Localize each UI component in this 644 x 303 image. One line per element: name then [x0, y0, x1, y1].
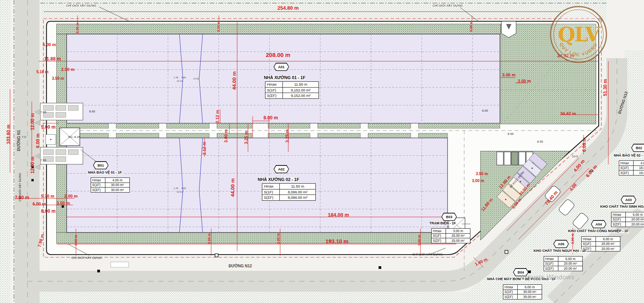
building-spec-table-b01: Hmax4.00 mS(1F)30.00 m²S(ΣF)30.00 m² [91, 177, 130, 193]
dim-label: 193.10 m [325, 239, 348, 244]
building-badge-b01: B01 [93, 161, 108, 169]
dim-label: 3.00 m [472, 179, 484, 183]
vehicle-rect [111, 262, 129, 267]
dim-label: 12.10 [177, 191, 183, 193]
spec-row-value: 4.00 m [105, 178, 130, 183]
spec-row-value: 25.00 m² [446, 233, 470, 238]
spec-row-value: 3.00 m [446, 229, 470, 234]
gate-south [40, 147, 83, 164]
building-name-a04: KHO CHẤT THẢI CÔNG NGHIỆP - 1F [568, 229, 629, 233]
boundary-label: CHỈ GIỚI XÂY DỰNG [432, 4, 463, 7]
dim-label: 3.25 m [285, 129, 289, 143]
road-label: ĐƯỜNG N1 [17, 130, 21, 151]
spec-row-value: 30.00 m² [105, 188, 130, 193]
dim-label: 3.00 m [208, 233, 211, 244]
dim-label: 44.00 m [230, 178, 235, 197]
building-spec-table-a02: Hmax11.50 mS(1F)8,096.00 m²S(ΣF)8,096.00… [262, 183, 316, 201]
dim-label: 3.50 m [476, 172, 488, 176]
spec-row-value: 11.50 m [280, 184, 316, 189]
dim-label: 6.00 m [41, 209, 55, 213]
spec-row-value: 11.50 m [283, 82, 319, 88]
dim-label: 5.00 m [470, 21, 473, 32]
spec-row-label: Hmax [544, 257, 558, 262]
badge-id: A05 [553, 240, 569, 248]
spec-row-value: 20.00 m² [596, 246, 620, 251]
dim-label: 6.00 m [33, 202, 46, 206]
spec-row-label: S(ΣF) [544, 266, 558, 271]
boundary-label: CHỈ GIỚI XÂY DỰNG [71, 257, 102, 260]
spec-row-value: 6.00 m [626, 212, 644, 217]
dim-label: 2.00 m [61, 67, 74, 72]
dim-label: 3.50 m [57, 201, 70, 205]
dim-label: 103.60 m [6, 124, 11, 144]
building-name-b02: NHÀ BẢO VỆ 02 - 1F [613, 154, 644, 158]
spec-row-value: 20.00 m² [558, 266, 583, 271]
dim-label: 3.25 m [244, 131, 248, 144]
site-plan-page: 254.80 m208.00 m34.92 m44.00 m44.00 m5.0… [0, 0, 644, 303]
dim-label: 7.65 [40, 159, 46, 162]
spec-row-value: 16.00 m² [634, 165, 644, 170]
dim-label: 8.65 [482, 109, 488, 112]
building-spec-table-b03: Hmax3.00 mS(1F)25.00 m²S(ΣF)25.00 m² [431, 228, 470, 243]
dim-label: 2.12 m [202, 142, 207, 155]
spec-row-label: S(ΣF) [262, 195, 280, 201]
building-spec-table-a01: Hmax11.50 mS(1F)9,152.00 m²S(ΣF)9,152.00… [265, 81, 319, 99]
dim-label: 5.00 m [217, 21, 220, 32]
dim-label: 2.00 m [64, 194, 77, 198]
dim-label: 12.00 m [30, 157, 35, 174]
spec-row-label: Hmax [432, 229, 446, 234]
spec-row-label: S(1F) [611, 217, 626, 222]
building-name-b03: TRẠM ĐIỆN - 1F [429, 222, 456, 226]
building-badge-a01: A01 [274, 63, 289, 71]
spec-row-label: S(ΣF) [503, 294, 518, 300]
dim-label: 9.65 [181, 76, 186, 79]
dim-label: 1.78 [174, 187, 178, 189]
spec-row-value: 9,152.00 m² [283, 93, 319, 99]
spec-row-value: 8,096.00 m² [280, 195, 316, 201]
spec-row-value: 6.00 m [558, 257, 583, 262]
dim-label: 7.00 m [15, 195, 29, 200]
spec-row-label: S(1F) [91, 182, 105, 188]
dim-label: +4.10 [193, 77, 199, 80]
spec-row-value: 6.00 m [518, 285, 542, 290]
dim-label: 3.50 m [518, 79, 531, 83]
dim-label: 2.12 m [215, 110, 220, 123]
qlv-logo: QLV ® QUY LOC VUONG [549, 5, 608, 64]
spec-row-label: Hmax [503, 285, 518, 290]
spec-row-value: 30.00 m² [518, 294, 542, 300]
building-name-a01: NHÀ XƯỞNG 01 - 1F [263, 75, 306, 80]
spec-row-value: 9,152.00 m² [283, 87, 319, 93]
badge-id: A02 [274, 165, 289, 173]
dim-label: 5.18 m [36, 70, 48, 74]
dim-label: 8.55 [508, 133, 514, 136]
spec-row-value: 30.00 m² [518, 289, 542, 294]
building-spec-table-b04: Hmax6.00 mS(1F)30.00 m²S(ΣF)30.00 m² [503, 284, 542, 300]
badge-id: B02 [631, 144, 644, 152]
building-badge-a03: A03 [621, 196, 636, 204]
boundary-label: CHỈ GIỚI XÂY DỰNG [65, 4, 97, 7]
building-name-a02: NHÀ XƯỞNG 02 - 1F [257, 177, 300, 182]
dim-label: 208.00 m [266, 52, 290, 58]
spec-row-value: 30.00 m² [105, 182, 130, 188]
dim-label: 3.00 m [277, 233, 280, 244]
dim-label: 11.88 m [44, 57, 61, 61]
dim-label: 51.30 m [603, 79, 608, 96]
dim-label: M1: 8.35 [68, 136, 80, 139]
dim-label: 1.78 [174, 76, 178, 79]
activate-windows-watermark: Activate Windows [520, 274, 575, 281]
dim-label: 6.00 m [36, 134, 40, 148]
badge-id: B01 [93, 161, 108, 169]
spec-row-value: 20.00 m² [558, 261, 583, 266]
building-badge-a05: A05 [553, 240, 569, 248]
dim-label: 254.80 m [277, 5, 299, 10]
dim-label: 7.65 [40, 111, 46, 114]
spec-row-value: 25.00 m² [446, 238, 470, 243]
spec-row-value: 6.00 m [596, 237, 620, 242]
dim-label: 9.8 [589, 170, 593, 173]
spec-row-label: S(1F) [432, 233, 446, 238]
dim-label: 8.55 [537, 140, 543, 143]
dim-label: 5.00 m [43, 43, 56, 47]
spec-row-value: 20.00 m² [626, 222, 644, 227]
dim-label: 12.00 m [30, 113, 35, 130]
dim-label: 7.0 [22, 136, 26, 139]
